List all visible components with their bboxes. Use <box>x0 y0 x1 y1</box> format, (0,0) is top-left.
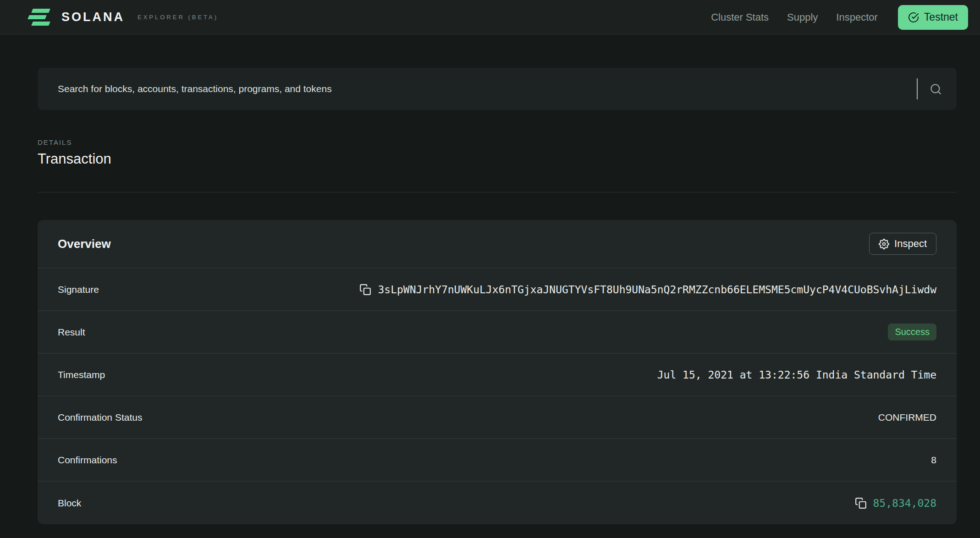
copy-icon[interactable] <box>359 284 371 296</box>
inspect-button[interactable]: Inspect <box>869 233 936 255</box>
gear-icon <box>879 239 889 249</box>
status-badge: Success <box>888 324 936 340</box>
signature-value: 3sLpWNJrhY7nUWKuLJx6nTGjxaJNUGTYVsFT8Uh9… <box>378 284 936 296</box>
row-label: Confirmation Status <box>58 412 142 423</box>
row-confirmation-status: Confirmation Status CONFIRMED <box>38 396 957 439</box>
confirmations-value: 8 <box>931 455 936 466</box>
row-result: Result Success <box>38 311 957 354</box>
row-timestamp: Timestamp Jul 15, 2021 at 13:22:56 India… <box>38 354 957 396</box>
row-label: Result <box>58 327 85 338</box>
nav-link-inspector[interactable]: Inspector <box>836 11 878 23</box>
search-input[interactable] <box>58 83 912 94</box>
row-signature: Signature 3sLpWNJrhY7nUWKuLJx6nTGjxaJNUG… <box>38 269 957 311</box>
row-label: Block <box>58 498 81 509</box>
overview-card: Overview Inspect Signature <box>38 220 957 524</box>
brand-suffix: EXPLORER (BETA) <box>138 14 218 21</box>
inspect-button-label: Inspect <box>894 238 927 250</box>
main-content: DETAILS Transaction Overview Inspect Sig… <box>38 68 957 524</box>
row-confirmations: Confirmations 8 <box>38 439 957 482</box>
solana-logo-icon <box>28 9 51 26</box>
cluster-button-label: Testnet <box>924 11 958 23</box>
overview-title: Overview <box>58 237 111 251</box>
row-block: Block 85,834,028 <box>38 482 957 524</box>
brand-name: SOLANA <box>61 10 125 24</box>
confirmation-status-value: CONFIRMED <box>878 412 936 423</box>
timestamp-value: Jul 15, 2021 at 13:22:56 India Standard … <box>657 369 936 381</box>
heading-divider <box>38 192 957 192</box>
search-divider <box>917 78 918 99</box>
page-title: Transaction <box>38 151 957 167</box>
check-circle-icon <box>908 12 919 23</box>
nav-link-supply[interactable]: Supply <box>787 11 818 23</box>
row-label: Confirmations <box>58 455 117 466</box>
nav-link-cluster-stats[interactable]: Cluster Stats <box>711 11 769 23</box>
overview-card-header: Overview Inspect <box>38 220 957 269</box>
search-icon[interactable] <box>930 83 942 95</box>
copy-icon[interactable] <box>855 497 867 509</box>
navbar: SOLANA EXPLORER (BETA) Cluster Stats Sup… <box>0 0 980 35</box>
block-link[interactable]: 85,834,028 <box>873 497 936 509</box>
row-label: Timestamp <box>58 369 105 380</box>
cluster-testnet-button[interactable]: Testnet <box>898 5 968 30</box>
search-bar <box>38 68 957 110</box>
details-eyebrow: DETAILS <box>38 138 957 146</box>
row-label: Signature <box>58 284 99 295</box>
nav-links: Cluster Stats Supply Inspector <box>711 11 878 23</box>
brand[interactable]: SOLANA EXPLORER (BETA) <box>28 9 218 26</box>
